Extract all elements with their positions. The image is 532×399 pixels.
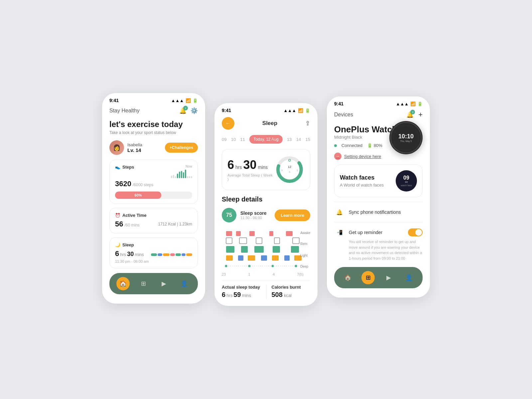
actual-hrs-label: hrs [226, 293, 232, 298]
svg-rect-15 [274, 238, 280, 244]
steps-progress-bg: 60% [115, 192, 192, 199]
avg-hours: 6 [227, 158, 234, 172]
notification-badge-3: 2 [410, 110, 415, 114]
date-11[interactable]: 11 [240, 137, 245, 142]
share-icon[interactable]: ⇪ [305, 120, 310, 127]
svg-point-31 [248, 265, 251, 267]
nav-profile-3[interactable]: 👤 [402, 271, 416, 284]
reminder-icon: 📲 [334, 227, 345, 238]
nav-devices-3[interactable]: ⊞ [361, 271, 375, 284]
nav-media[interactable]: ▶ [157, 277, 171, 290]
sleep-time-range: 11:30 pm - 06:00 am [115, 259, 192, 263]
nav-media-3[interactable]: ▶ [382, 271, 395, 284]
watch-faces-title: Watch faces [340, 174, 384, 181]
bar-chart [171, 169, 192, 178]
date-scroll[interactable]: 09 10 11 Today, 12 Aug 13 14 15 [222, 135, 310, 144]
date-15[interactable]: 15 [305, 137, 310, 142]
status-icons-1: ▲▲▲ 📶 🔋 [171, 98, 198, 103]
gear-icon[interactable]: ⚙️ [191, 107, 198, 114]
svg-rect-24 [248, 255, 255, 261]
legend-rem: Rem [300, 242, 310, 246]
actual-mins: 59 [233, 291, 241, 299]
battery-icon-2: 🔋 [305, 108, 310, 113]
devices-title: Devices [334, 112, 353, 118]
svg-rect-10 [269, 231, 273, 236]
svg-rect-12 [226, 238, 232, 244]
reminder-toggle[interactable] [408, 228, 423, 236]
chart-area: Awake Rem Light Deep [222, 228, 310, 271]
user-name: Isabella [127, 142, 162, 147]
phone-devices: 9:41 ▲▲▲ 📶 🔋 Devices 🔔 2 + [327, 96, 430, 298]
sleep-hrs-label: hrs [120, 252, 126, 257]
signal-icon-2: ▲▲▲ [283, 108, 296, 113]
sleep-big-time: 6 hrs 30 mins [227, 158, 275, 172]
svg-rect-20 [273, 246, 280, 253]
time-1: 9:41 [109, 98, 119, 103]
back-button[interactable]: ← [222, 117, 234, 130]
score-label: Sleep score [240, 210, 267, 216]
challenges-button[interactable]: +Challenges [165, 143, 198, 153]
user-level: Lv. 14 [127, 147, 162, 153]
sync-notifications-item[interactable]: 🔔 Sync phone notificartions [334, 202, 423, 222]
svg-rect-25 [261, 255, 267, 261]
date-13[interactable]: 13 [287, 137, 292, 142]
header-row: Stay Healthy 🔔 2 ⚙️ [109, 107, 198, 114]
time-4: 4 [273, 272, 275, 276]
active-time-label: ⏰ Active Time [115, 213, 192, 218]
calories-col: Calories burnt 508 kcal [272, 285, 311, 299]
sleep-value-display: 6 hrs 30 mins [115, 249, 144, 258]
sleep-details-title: Sleep details [222, 196, 310, 203]
calories-value-row: 508 kcal [272, 291, 311, 299]
svg-point-6 [289, 159, 291, 161]
time-23: 23 [222, 272, 226, 276]
active-target: /60 mins [124, 223, 139, 227]
actual-hours: 6 [222, 291, 225, 299]
date-today[interactable]: Today, 12 Aug [249, 135, 282, 144]
svg-rect-13 [239, 238, 247, 244]
sleep-screen-title: Sleep [262, 120, 277, 127]
stay-healthy-title: Stay Healthy [109, 108, 140, 114]
connected-dot [334, 144, 337, 147]
signal-icon: ▲▲▲ [171, 98, 184, 103]
date-10[interactable]: 10 [231, 137, 236, 142]
watch-faces-text: Watch faces A World of watch faces [340, 174, 384, 188]
steps-value: 3620 [115, 180, 131, 188]
connected-text: Connected [341, 143, 362, 148]
notification-wrap-3[interactable]: 🔔 2 [406, 111, 414, 118]
nav-home[interactable]: 🏠 [116, 277, 130, 290]
sleep-screen-header: ← Sleep ⇪ [222, 116, 310, 130]
active-details: 1712 Kcal | 1.23km [158, 222, 192, 226]
sleep-chart: Awake Rem Light Deep 23 1 4 7(h) [222, 228, 310, 276]
svg-rect-14 [256, 238, 262, 244]
setting-arrow-icon: → [334, 153, 341, 160]
svg-point-34 [391, 122, 421, 153]
sleep-summary-card: 6 hrs 30 mins Average Total Sleep ( Week… [222, 149, 310, 190]
active-time-card: ⏰ Active Time 56 /60 mins 1712 Kcal | 1.… [109, 208, 198, 233]
add-icon[interactable]: + [418, 110, 423, 119]
nav-profile[interactable]: 👤 [178, 277, 191, 290]
steps-chart-area: Now [171, 165, 192, 178]
hero-sub: Take a look at your sport status below [109, 130, 198, 135]
actual-sleep-row: Actual sleep today 6 hrs 59 mins Calorie… [222, 285, 310, 299]
nav-devices[interactable]: ⊞ [137, 277, 150, 290]
actual-mins-label: mins [242, 293, 251, 298]
avg-hrs-label: hrs [235, 165, 242, 170]
svg-text:3: 3 [297, 169, 298, 172]
learn-more-button[interactable]: Learn more [275, 209, 310, 221]
svg-rect-11 [286, 231, 293, 236]
notification-wrap[interactable]: 🔔 2 [179, 107, 187, 114]
battery-percent: 80% [374, 143, 382, 148]
sleep-mins: 30 [127, 251, 134, 258]
date-14[interactable]: 14 [296, 137, 301, 142]
svg-rect-19 [254, 246, 264, 253]
battery-icon-3: 🔋 [417, 101, 423, 106]
time-2: 9:41 [222, 108, 231, 113]
svg-rect-8 [236, 231, 241, 236]
date-09[interactable]: 09 [222, 137, 226, 142]
notification-badge: 2 [183, 106, 188, 110]
sleep-icon: 🌙 [115, 242, 120, 247]
nav-home-3[interactable]: 🏠 [341, 271, 354, 284]
sleep-time-display: 6 hrs 30 mins Average Total Sleep ( Week… [227, 158, 275, 181]
watch-faces-card[interactable]: Watch faces A World of watch faces 09 30… [334, 165, 423, 197]
status-icons-2: ▲▲▲ 📶 🔋 [283, 108, 310, 113]
